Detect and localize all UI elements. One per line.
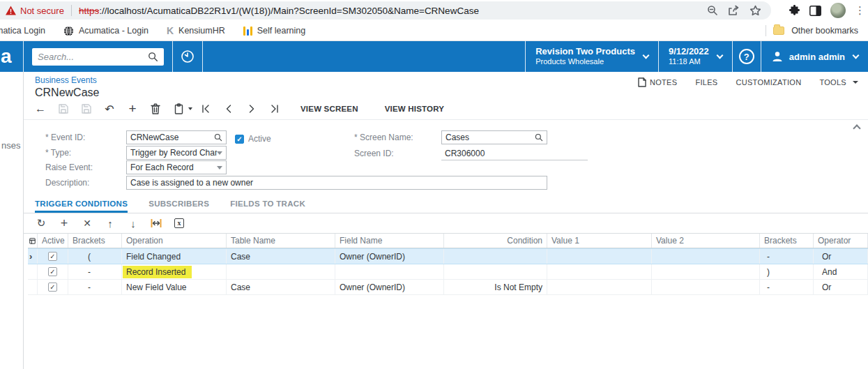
cell-condition[interactable]: Is Not Empty [444, 280, 547, 294]
save-close-button[interactable] [56, 102, 70, 116]
cell-brackets2[interactable]: - [760, 249, 814, 264]
bookmark-item[interactable]: Self learning [243, 26, 306, 36]
active-checkbox[interactable]: ✓ Active [235, 132, 271, 146]
cell-table-name[interactable]: Case [227, 249, 335, 264]
bookmark-item[interactable]: K KensiumHR [167, 25, 225, 36]
cell-brackets2[interactable]: ) [760, 264, 814, 279]
refresh-button[interactable]: ↻ [35, 217, 47, 229]
go-previous-button[interactable] [222, 102, 236, 116]
cell-operation[interactable]: Record Inserted [122, 264, 227, 279]
cell-operation[interactable]: New Field Value [122, 280, 227, 294]
add-row-button[interactable]: + [58, 217, 70, 229]
cell-value1[interactable] [547, 249, 652, 264]
description-input[interactable]: Case is assigned to a new owner [126, 176, 547, 190]
cell-table-name[interactable]: Case [227, 280, 335, 294]
bookmark-item[interactable]: Acumatica - Login [63, 26, 149, 36]
tab-subscribers[interactable]: SUBSCRIBERS [149, 199, 209, 213]
cell-condition[interactable] [444, 264, 547, 279]
add-record-button[interactable]: + [125, 102, 139, 116]
fit-to-screen-button[interactable] [150, 217, 162, 229]
cell-brackets[interactable]: ( [68, 249, 122, 264]
raise-event-select[interactable]: For Each Record [126, 160, 227, 174]
column-header-operation[interactable]: Operation [122, 234, 227, 248]
delete-row-button[interactable]: ✕ [81, 217, 93, 229]
cell-field-name[interactable]: Owner (OwnerID) [335, 249, 444, 264]
cell-value1[interactable] [547, 264, 652, 279]
view-screen-button[interactable]: VIEW SCREEN [300, 105, 358, 113]
go-last-button[interactable] [268, 102, 282, 116]
notes-button[interactable]: NOTES [638, 77, 677, 87]
side-panel-icon[interactable] [809, 6, 821, 16]
grid-settings-button[interactable] [28, 234, 38, 248]
go-first-button[interactable] [199, 102, 213, 116]
column-header-active[interactable]: Active [38, 234, 68, 248]
view-history-button[interactable]: VIEW HISTORY [385, 105, 444, 113]
screen-name-input[interactable]: Cases [441, 130, 547, 144]
row-active-checkbox[interactable]: ✓ [48, 267, 57, 276]
bookmark-star-icon[interactable] [749, 5, 761, 16]
bookmark-item[interactable]: matica Login [0, 26, 45, 36]
column-header-condition[interactable]: Condition [444, 234, 547, 248]
go-next-button[interactable] [245, 102, 259, 116]
move-row-up-button[interactable]: ↑ [104, 217, 116, 229]
tools-button[interactable]: TOOLS [819, 78, 858, 86]
cell-table-name[interactable] [227, 264, 335, 279]
clipboard-menu-button[interactable] [172, 102, 192, 116]
table-row[interactable]: ✓ - New Field Value Case Owner (OwnerID)… [28, 280, 868, 295]
cell-value2[interactable] [652, 264, 760, 279]
cell-condition[interactable] [444, 249, 547, 264]
company-selector[interactable]: Revision Two Products Products Wholesale [526, 41, 658, 72]
url-text[interactable]: https://localhost/AcumaticaDB22R1v1/(W(1… [79, 6, 479, 16]
cell-value2[interactable] [652, 280, 760, 294]
cell-brackets[interactable]: - [68, 280, 122, 294]
zoom-out-icon[interactable] [707, 5, 718, 16]
save-button[interactable] [79, 102, 93, 116]
table-row[interactable]: ✓ - Record Inserted ) And [28, 264, 868, 280]
undo-button[interactable]: ↶ [102, 102, 116, 116]
row-active-checkbox[interactable]: ✓ [48, 283, 57, 292]
business-date-icon[interactable] [173, 49, 202, 64]
event-id-input[interactable]: CRNewCase [126, 130, 227, 144]
column-header-value2[interactable]: Value 2 [652, 234, 760, 248]
date-time-selector[interactable]: 9/12/2022 11:18 AM [659, 41, 732, 72]
column-header-brackets[interactable]: Brackets [68, 234, 122, 248]
search-icon[interactable] [148, 52, 158, 62]
address-bar[interactable]: Not secure https://localhost/AcumaticaDB… [0, 1, 771, 20]
cell-field-name[interactable] [335, 264, 444, 279]
back-button[interactable]: ← [33, 102, 47, 116]
column-header-operator[interactable]: Operator [814, 234, 868, 248]
lookup-icon[interactable] [214, 133, 222, 142]
tab-trigger-conditions[interactable]: TRIGGER CONDITIONS [35, 199, 128, 213]
customization-button[interactable]: CUSTOMIZATION [736, 78, 801, 86]
column-header-table-name[interactable]: Table Name [227, 234, 335, 248]
share-icon[interactable] [728, 5, 740, 16]
table-row[interactable]: › ✓ ( Field Changed Case Owner (OwnerID)… [28, 248, 868, 264]
cell-value2[interactable] [652, 249, 760, 264]
column-header-brackets2[interactable]: Brackets [760, 234, 814, 248]
cell-brackets[interactable]: - [68, 264, 122, 279]
export-excel-button[interactable]: x [173, 217, 185, 229]
global-search-input[interactable]: Search... [32, 48, 164, 66]
move-row-down-button[interactable]: ↓ [127, 217, 139, 229]
files-button[interactable]: FILES [695, 78, 717, 86]
column-header-field-name[interactable]: Field Name [335, 234, 444, 248]
extensions-puzzle-icon[interactable] [789, 5, 800, 17]
cell-operator[interactable]: Or [814, 280, 868, 294]
help-button[interactable]: ? [733, 41, 761, 72]
other-bookmarks-button[interactable]: Other bookmarks [791, 26, 858, 36]
lookup-icon[interactable] [535, 133, 543, 142]
collapse-panel-icon[interactable] [853, 124, 860, 132]
acumatica-logo[interactable]: a [0, 43, 23, 70]
cell-brackets2[interactable]: - [760, 280, 814, 294]
cell-value1[interactable] [547, 280, 652, 294]
browser-profile-avatar[interactable] [830, 3, 846, 18]
cell-operator[interactable]: Or [814, 249, 868, 264]
delete-record-button[interactable] [149, 102, 162, 116]
user-menu[interactable]: admin admin [761, 41, 868, 72]
type-select[interactable]: Trigger by Record Change [126, 146, 227, 160]
sidebar-menu-edge[interactable]: nses [0, 72, 24, 369]
row-active-checkbox[interactable]: ✓ [48, 252, 57, 261]
not-secure-label[interactable]: Not secure [20, 6, 64, 16]
browser-menu-icon[interactable]: ⋮ [855, 7, 865, 14]
column-header-value1[interactable]: Value 1 [547, 234, 652, 248]
